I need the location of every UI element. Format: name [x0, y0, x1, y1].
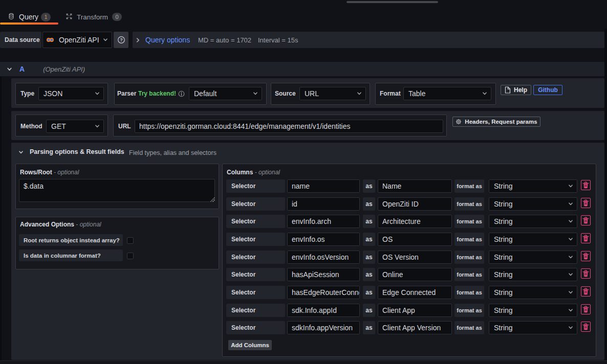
svg-text:?: ? — [120, 37, 122, 42]
